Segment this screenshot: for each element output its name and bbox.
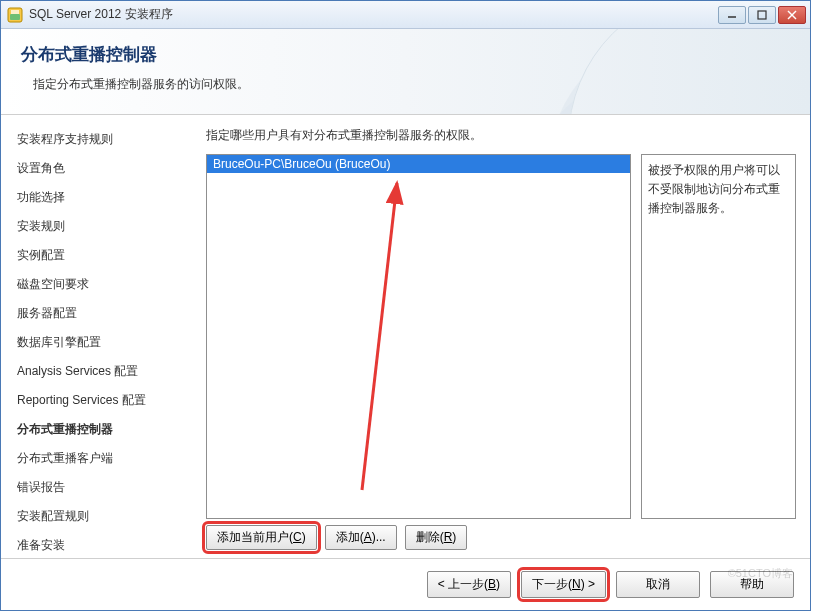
app-icon — [7, 7, 23, 23]
svg-rect-1 — [10, 14, 20, 20]
help-button[interactable]: 帮助 — [710, 571, 794, 598]
sidebar-step[interactable]: 安装程序支持规则 — [17, 125, 196, 154]
sidebar-step[interactable]: Reporting Services 配置 — [17, 386, 196, 415]
sidebar-step[interactable]: 错误报告 — [17, 473, 196, 502]
add-user-button[interactable]: 添加(A)... — [325, 525, 397, 550]
sidebar-step[interactable]: Analysis Services 配置 — [17, 357, 196, 386]
instruction-text: 指定哪些用户具有对分布式重播控制器服务的权限。 — [206, 127, 796, 144]
header: 分布式重播控制器 指定分布式重播控制器服务的访问权限。 — [1, 29, 810, 115]
page-title: 分布式重播控制器 — [21, 43, 790, 66]
sidebar-step[interactable]: 分布式重播控制器 — [17, 415, 196, 444]
permission-description: 被授予权限的用户将可以不受限制地访问分布式重播控制器服务。 — [641, 154, 796, 519]
list-buttons: 添加当前用户(C) 添加(A)... 删除(R) — [206, 525, 796, 550]
back-button[interactable]: < 上一步(B) — [427, 571, 511, 598]
body: 安装程序支持规则设置角色功能选择安装规则实例配置磁盘空间要求服务器配置数据库引擎… — [1, 115, 810, 558]
sidebar-step[interactable]: 服务器配置 — [17, 299, 196, 328]
page-subtitle: 指定分布式重播控制器服务的访问权限。 — [21, 76, 790, 93]
installer-window: SQL Server 2012 安装程序 分布式重播控制器 指定分布式重播控制器… — [0, 0, 811, 611]
window-title: SQL Server 2012 安装程序 — [29, 6, 718, 23]
window-controls — [718, 6, 806, 24]
sidebar-step[interactable]: 安装配置规则 — [17, 502, 196, 531]
svg-rect-4 — [758, 11, 766, 19]
sidebar-step[interactable]: 磁盘空间要求 — [17, 270, 196, 299]
footer: < 上一步(B) 下一步(N) > 取消 帮助 — [1, 558, 810, 610]
sidebar-step[interactable]: 功能选择 — [17, 183, 196, 212]
close-button[interactable] — [778, 6, 806, 24]
sidebar-step[interactable]: 准备安装 — [17, 531, 196, 558]
svg-rect-2 — [11, 10, 19, 14]
next-button[interactable]: 下一步(N) > — [521, 571, 606, 598]
sidebar-step[interactable]: 安装规则 — [17, 212, 196, 241]
add-current-user-button[interactable]: 添加当前用户(C) — [206, 525, 317, 550]
svg-line-7 — [362, 183, 397, 490]
remove-user-button[interactable]: 删除(R) — [405, 525, 468, 550]
sidebar-step[interactable]: 数据库引擎配置 — [17, 328, 196, 357]
sidebar-step[interactable]: 实例配置 — [17, 241, 196, 270]
sidebar-step[interactable]: 设置角色 — [17, 154, 196, 183]
main-panel: 指定哪些用户具有对分布式重播控制器服务的权限。 BruceOu-PC\Bruce… — [196, 115, 810, 558]
step-sidebar: 安装程序支持规则设置角色功能选择安装规则实例配置磁盘空间要求服务器配置数据库引擎… — [1, 115, 196, 558]
sidebar-step[interactable]: 分布式重播客户端 — [17, 444, 196, 473]
titlebar[interactable]: SQL Server 2012 安装程序 — [1, 1, 810, 29]
user-listbox[interactable]: BruceOu-PC\BruceOu (BruceOu) — [206, 154, 631, 519]
panels: BruceOu-PC\BruceOu (BruceOu) 被授予权限的用户将可以… — [206, 154, 796, 519]
cancel-button[interactable]: 取消 — [616, 571, 700, 598]
maximize-button[interactable] — [748, 6, 776, 24]
minimize-button[interactable] — [718, 6, 746, 24]
user-list-item[interactable]: BruceOu-PC\BruceOu (BruceOu) — [207, 155, 630, 173]
